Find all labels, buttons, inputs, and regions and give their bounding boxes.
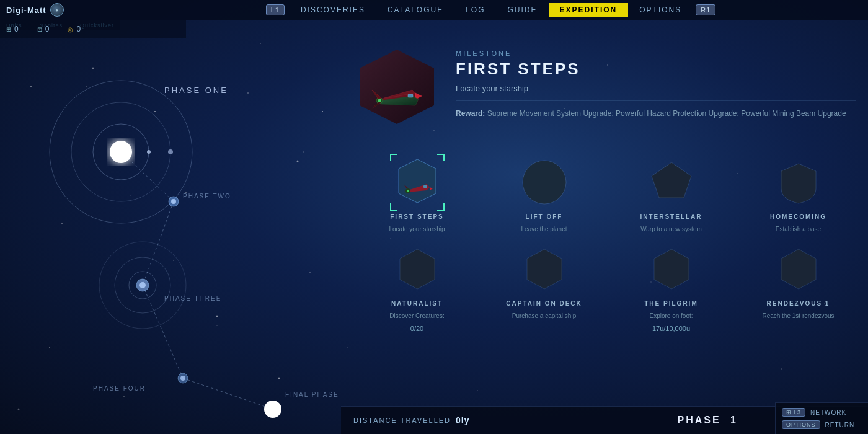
- svg-point-33: [140, 282, 146, 288]
- nanites-item: ⊡ 0: [37, 25, 50, 33]
- svg-point-7: [216, 316, 218, 317]
- svg-point-36: [180, 376, 185, 381]
- svg-text:PHASE ONE: PHASE ONE: [164, 86, 228, 95]
- milestone-info: MILESTONE FIRST STEPS Locate your starsh…: [456, 50, 856, 130]
- network-control: ⊞ L3 NETWORK: [782, 406, 862, 418]
- rendezvous-title: RENDEZVOUS 1: [767, 300, 830, 307]
- selection-corner-bl: [390, 203, 397, 211]
- milestone-hex-shape: [360, 50, 434, 124]
- quicksilver-value: 0: [76, 25, 81, 33]
- svg-point-27: [171, 199, 176, 204]
- milestone-grid: FIRST STEPS Locate your starship LIFT OF…: [360, 156, 856, 332]
- pilgrim-title: THE PILGRIM: [644, 300, 698, 307]
- pilgrim-progress: 17u/10,000u: [652, 325, 690, 332]
- first-steps-title: FIRST STEPS: [390, 213, 443, 220]
- svg-point-8: [49, 347, 50, 348]
- milestone-card-rendezvous[interactable]: RENDEZVOUS 1 Reach the 1st rendezvous: [741, 242, 856, 332]
- first-steps-icon: [391, 156, 443, 208]
- naturalist-icon: [391, 242, 443, 295]
- milestone-card-pilgrim[interactable]: THE PILGRIM Explore on foot: 17u/10,000u: [614, 242, 728, 332]
- milestone-reward-section: Reward: Supreme Movement System Upgrade;…: [456, 100, 856, 119]
- naturalist-hex-svg: [392, 244, 442, 294]
- distance-value: 0ly: [456, 415, 469, 425]
- nav-catalogue[interactable]: CATALOGUE: [376, 6, 454, 14]
- lift-off-circle-svg: [520, 157, 569, 207]
- nanites-icon: ⊡: [37, 26, 42, 33]
- nav-log[interactable]: LOG: [454, 6, 496, 14]
- interstellar-pentagon-svg: [647, 157, 696, 207]
- star-map-panel: PHASE ONE PHASE TWO PHASE THREE PHASE FO…: [0, 37, 341, 434]
- svg-point-5: [61, 223, 63, 224]
- interstellar-title: INTERSTELLAR: [640, 213, 702, 220]
- right-panel: MILESTONE FIRST STEPS Locate your starsh…: [341, 37, 868, 434]
- svg-marker-59: [400, 249, 435, 289]
- naturalist-title: NATURALIST: [391, 300, 443, 307]
- player-name: Digi-Matt: [6, 6, 46, 15]
- captain-desc: Purchase a capital ship: [512, 312, 576, 320]
- distance-label: DISTANCE TRAVELLED: [353, 417, 451, 424]
- return-btn[interactable]: OPTIONS: [782, 420, 820, 429]
- milestone-card-lift-off[interactable]: LIFT OFF Leave the planet: [487, 156, 601, 233]
- svg-marker-58: [652, 162, 691, 198]
- nav-options[interactable]: OPTIONS: [628, 6, 693, 14]
- naturalist-desc: Discover Creatures:: [389, 312, 444, 320]
- network-label: NETWORK: [810, 409, 846, 416]
- selection-corner-br: [437, 203, 445, 211]
- svg-point-1: [92, 68, 94, 69]
- milestone-title: FIRST STEPS: [456, 60, 856, 79]
- reward-text: Supreme Movement System Upgrade; Powerfu…: [487, 109, 846, 118]
- distance-item: DISTANCE TRAVELLED 0ly: [353, 415, 470, 425]
- svg-point-56: [407, 190, 409, 192]
- lift-off-icon: [518, 156, 570, 208]
- starship-illustration: [366, 62, 428, 112]
- svg-rect-54: [423, 185, 427, 188]
- quicksilver-item: ◎ 0: [68, 25, 81, 33]
- svg-point-23: [147, 150, 151, 154]
- nav-expedition[interactable]: EXPEDITION: [549, 3, 629, 17]
- svg-marker-48: [372, 90, 381, 99]
- homecoming-shield-svg: [774, 157, 823, 207]
- nav-discoveries[interactable]: DISCOVERIES: [290, 6, 376, 14]
- nav-btn-r1[interactable]: R1: [696, 4, 715, 16]
- selection-corner-tl: [390, 154, 397, 161]
- svg-point-6: [309, 272, 311, 273]
- milestone-card-captain[interactable]: CAPTAIN ON DECK Purchase a capital ship: [487, 242, 601, 332]
- milestone-detail: MILESTONE FIRST STEPS Locate your starsh…: [360, 50, 856, 143]
- svg-marker-50: [399, 159, 436, 203]
- first-steps-hex-svg: [392, 156, 442, 206]
- star-map-svg: PHASE ONE PHASE TWO PHASE THREE PHASE FO…: [0, 37, 341, 434]
- interstellar-icon: [645, 156, 698, 208]
- homecoming-desc: Establish a base: [776, 225, 821, 233]
- svg-marker-61: [654, 249, 689, 289]
- phase-label: PHASE 1: [678, 415, 738, 426]
- return-label: RETURN: [825, 422, 855, 428]
- milestone-card-naturalist[interactable]: NATURALIST Discover Creatures: 0/20: [360, 242, 474, 332]
- svg-point-12: [322, 111, 323, 112]
- milestone-card-interstellar[interactable]: INTERSTELLAR Warp to a new system: [614, 156, 728, 233]
- rendezvous-icon: [772, 242, 825, 295]
- svg-point-2: [154, 111, 156, 112]
- network-btn-label: L3: [794, 409, 801, 415]
- lift-off-desc: Leave the planet: [521, 225, 567, 233]
- milestone-image: [360, 50, 440, 130]
- network-btn-icon: ⊞: [786, 409, 792, 415]
- captain-icon: [518, 242, 570, 295]
- homecoming-icon: [772, 156, 825, 208]
- svg-point-57: [523, 161, 566, 204]
- nav-guide[interactable]: GUIDE: [497, 6, 549, 14]
- naturalist-progress: 0/20: [410, 325, 423, 332]
- milestone-card-homecoming[interactable]: HOMECOMING Establish a base: [741, 156, 856, 233]
- lift-off-title: LIFT OFF: [526, 213, 563, 220]
- svg-marker-60: [527, 249, 562, 289]
- network-btn[interactable]: ⊞ L3: [782, 408, 805, 417]
- milestone-card-first-steps[interactable]: FIRST STEPS Locate your starship: [360, 156, 474, 233]
- player-info: Digi-Matt ●: [0, 3, 112, 17]
- svg-point-3: [247, 92, 249, 94]
- return-btn-label: OPTIONS: [786, 422, 816, 428]
- player-avatar: ●: [50, 3, 64, 17]
- svg-text:FINAL PHASE: FINAL PHASE: [285, 391, 339, 398]
- svg-marker-49: [372, 102, 381, 108]
- nanites-value: 0: [45, 25, 50, 33]
- svg-point-39: [267, 404, 278, 415]
- nav-btn-l1[interactable]: L1: [266, 4, 285, 16]
